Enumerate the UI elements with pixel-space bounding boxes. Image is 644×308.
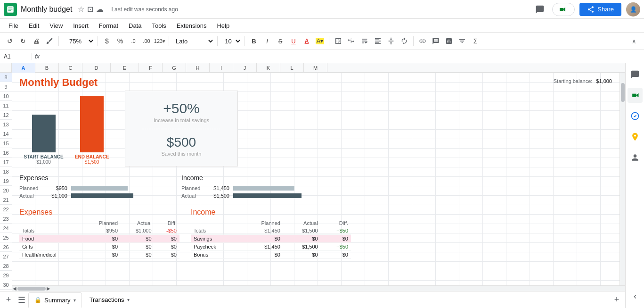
rotate-button[interactable]	[398, 35, 410, 47]
menu-view[interactable]: View	[45, 21, 67, 30]
expenses-row-gifts[interactable]: Gifts $0 $0 $0	[19, 243, 179, 251]
menu-data[interactable]: Data	[124, 21, 146, 30]
charts-section: START BALANCE $1,000 END BALANCE $1,500	[19, 91, 612, 166]
expenses-health-planned: $0	[82, 251, 121, 259]
end-bar-label: END BALANCE	[75, 154, 109, 159]
col-header-M[interactable]: M	[304, 63, 327, 73]
bars-container: START BALANCE $1,000 END BALANCE $1,500	[24, 103, 109, 165]
menu-insert[interactable]: Insert	[68, 21, 93, 30]
income-table-section: Income Planned Actual Diff.	[191, 208, 351, 259]
percent-button[interactable]: %	[114, 35, 126, 47]
income-row-paycheck[interactable]: Paycheck $1,450 $1,500 +$50	[191, 243, 351, 251]
horizontal-scrollbar[interactable]: ◀ ▶	[12, 285, 625, 291]
v-scroll-thumb[interactable]	[621, 83, 625, 102]
menu-file[interactable]: File	[4, 21, 23, 30]
expenses-row-health[interactable]: Health/medical $0 $0 $0	[19, 251, 179, 259]
tab-summary[interactable]: 🔒 Summary ▾	[28, 292, 82, 308]
underline-button[interactable]: U	[287, 35, 300, 47]
expand-sheets-button[interactable]: +	[610, 293, 623, 307]
end-bar-value: $1,500	[85, 159, 99, 165]
insert-chart-button[interactable]	[443, 35, 455, 47]
stat-amount-label: Saved this month	[142, 151, 220, 157]
text-wrap-button[interactable]	[359, 35, 371, 47]
menu-edit[interactable]: Edit	[24, 21, 44, 30]
italic-button[interactable]: I	[261, 35, 273, 47]
filter-button[interactable]	[456, 35, 468, 47]
cloud-icon[interactable]: ☁	[96, 5, 104, 14]
redo-button[interactable]: ↻	[17, 35, 29, 47]
h-scroll-right[interactable]: ▶	[47, 286, 50, 291]
h-scroll-left[interactable]: ◀	[13, 286, 16, 291]
zoom-select[interactable]: 75%100%	[62, 36, 95, 46]
col-header-G[interactable]: G	[163, 63, 186, 73]
strikethrough-button[interactable]: S	[274, 35, 286, 47]
tab-transactions[interactable]: Transactions ▾	[84, 292, 135, 308]
col-header-A[interactable]: A	[12, 63, 35, 73]
bold-button[interactable]: B	[248, 35, 260, 47]
fill-color-button[interactable]: A▾	[314, 35, 326, 47]
menu-extensions[interactable]: Extensions	[172, 21, 212, 30]
format123-button[interactable]: 123▾	[154, 35, 166, 47]
merge-button[interactable]	[345, 35, 358, 47]
share-button[interactable]: Share	[579, 3, 621, 16]
align-h-button[interactable]	[372, 35, 384, 47]
h-scroll-thumb[interactable]	[17, 287, 46, 291]
col-header-I[interactable]: I	[210, 63, 233, 73]
user-avatar[interactable]: 👤	[626, 2, 640, 17]
tab-transactions-arrow: ▾	[127, 297, 130, 302]
menu-help[interactable]: Help	[212, 21, 234, 30]
undo-button[interactable]: ↺	[4, 35, 16, 47]
collapse-toolbar-button[interactable]: ∧	[628, 35, 640, 47]
all-sheets-button[interactable]: ☰	[15, 293, 28, 307]
menu-format[interactable]: Format	[94, 21, 123, 30]
function-button[interactable]: Σ	[469, 35, 481, 47]
sidebar-tasks-icon[interactable]	[628, 108, 643, 124]
sidebar-expand-icon[interactable]	[628, 289, 643, 304]
last-edit[interactable]: Last edit was seconds ago	[111, 6, 178, 13]
dec-more-button[interactable]: .00	[140, 35, 153, 47]
toolbar-divider-5	[245, 36, 245, 46]
expenses-row-food[interactable]: Food $0 $0 $0	[19, 235, 179, 243]
col-header-B[interactable]: B	[35, 63, 59, 73]
sidebar-chat-icon[interactable]	[628, 67, 643, 82]
col-header-L[interactable]: L	[280, 63, 304, 73]
drive-icon[interactable]: ⊡	[87, 5, 93, 14]
stats-box: +50% Increase in total savings $500 Save…	[125, 91, 238, 166]
meet-button[interactable]	[552, 3, 575, 16]
col-header-H[interactable]: H	[186, 63, 210, 73]
align-v-button[interactable]	[385, 35, 397, 47]
print-button[interactable]: 🖨	[30, 35, 42, 47]
dec-less-button[interactable]: .0	[127, 35, 139, 47]
text-color-button[interactable]: A	[301, 35, 313, 47]
menu-tools[interactable]: Tools	[147, 21, 171, 30]
vertical-scrollbar[interactable]	[620, 73, 625, 285]
col-header-E[interactable]: E	[111, 63, 139, 73]
link-button[interactable]	[416, 35, 429, 47]
font-size-select[interactable]: 10	[220, 36, 242, 46]
grid-content-area: Monthly Budget Starting balance: $1,000	[12, 73, 625, 285]
col-header-J[interactable]: J	[233, 63, 257, 73]
row-num-7: 14	[0, 129, 12, 139]
paint-format-button[interactable]	[43, 35, 56, 47]
col-header-F[interactable]: F	[139, 63, 163, 73]
font-select[interactable]: Lato	[172, 36, 214, 46]
insert-comment-button[interactable]	[430, 35, 442, 47]
currency-button[interactable]: $	[101, 35, 113, 47]
income-row-savings[interactable]: Savings $0 $0 $0	[191, 235, 351, 243]
col-header-C[interactable]: C	[59, 63, 82, 73]
add-sheet-button[interactable]: +	[2, 293, 15, 307]
income-row-bonus[interactable]: Bonus $0 $0 $0	[191, 251, 351, 259]
sidebar-meet-icon[interactable]	[628, 88, 643, 103]
toolbar-divider-7	[413, 36, 414, 46]
borders-button[interactable]	[332, 35, 344, 47]
cell-reference[interactable]: A1	[4, 53, 32, 60]
col-header-D[interactable]: D	[82, 63, 111, 73]
sidebar-people-icon[interactable]	[628, 150, 643, 165]
comment-history-button[interactable]	[532, 2, 547, 17]
col-header-K[interactable]: K	[257, 63, 280, 73]
sidebar-maps-icon[interactable]	[628, 129, 643, 144]
expenses-food-diff: $0	[155, 235, 179, 243]
formula-input[interactable]	[42, 53, 640, 60]
income-savings-diff: $0	[321, 235, 351, 243]
star-icon[interactable]: ☆	[78, 5, 84, 14]
